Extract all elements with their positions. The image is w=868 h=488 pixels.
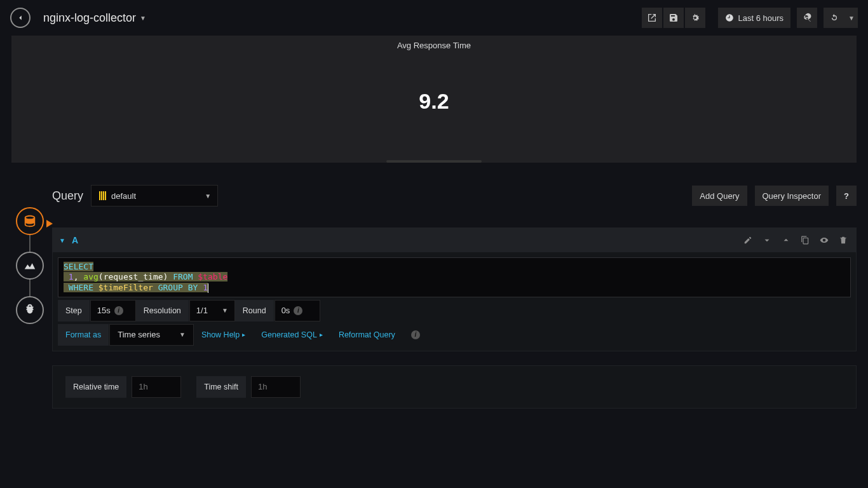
time-range-label: Last 6 hours (738, 13, 783, 23)
refresh-button[interactable] (824, 8, 845, 28)
tab-general[interactable] (16, 296, 44, 324)
time-range-picker[interactable]: Last 6 hours (718, 8, 790, 28)
refresh-icon (829, 13, 839, 23)
delete-query-button[interactable] (837, 234, 850, 247)
settings-button[interactable] (685, 8, 705, 28)
toggle-visibility-button[interactable] (818, 234, 831, 247)
info-icon[interactable]: i (114, 306, 123, 315)
query-info-button[interactable]: i (403, 324, 428, 346)
info-icon: i (411, 330, 420, 339)
arrow-up-icon (782, 236, 790, 245)
panel-value: 9.2 (419, 89, 449, 114)
database-icon (23, 214, 37, 228)
move-down-button[interactable] (761, 234, 773, 247)
query-a-header: ▼ A (53, 228, 856, 252)
show-help-link[interactable]: Show Help▸ (194, 324, 254, 346)
editor-tab-rail (11, 207, 48, 324)
datasource-picker[interactable]: default ▼ (91, 185, 218, 207)
eye-icon (820, 236, 829, 245)
zoom-out-button[interactable] (797, 8, 817, 28)
datasource-icon (99, 191, 106, 200)
round-label: Round (235, 300, 275, 322)
step-label: Step (58, 300, 90, 322)
time-override-block: Relative time Time shift (52, 365, 857, 409)
arrow-down-icon (763, 236, 771, 245)
caret-down-icon: ▼ (222, 307, 228, 314)
move-up-button[interactable] (780, 234, 792, 247)
duplicate-query-button[interactable] (799, 234, 811, 247)
format-as-select[interactable]: Time series ▼ (109, 324, 194, 346)
info-icon[interactable]: i (294, 306, 302, 315)
clock-icon (725, 13, 734, 22)
save-button[interactable] (663, 8, 684, 28)
save-icon (668, 13, 679, 23)
share-button[interactable] (642, 8, 662, 28)
gear-icon (690, 13, 700, 23)
query-section-title: Query (52, 189, 83, 203)
query-links-row: Format as Time series ▼ Show Help▸ Gener… (58, 324, 851, 346)
round-input[interactable]: 0s i (275, 300, 320, 322)
query-editor-section: Query default ▼ Add Query Query Inspecto… (52, 182, 857, 409)
panel-resize-handle[interactable] (386, 160, 482, 163)
relative-time-input[interactable] (132, 376, 181, 398)
reformat-query-link[interactable]: Reformat Query (331, 324, 403, 346)
caret-down-icon: ▼ (205, 193, 211, 200)
relative-time-label: Relative time (65, 376, 126, 398)
bug-gear-icon (23, 303, 37, 317)
trash-icon (839, 236, 848, 245)
query-help-button[interactable]: ? (836, 186, 857, 206)
refresh-interval-dropdown[interactable]: ▼ (845, 8, 858, 28)
format-as-label: Format as (58, 324, 109, 346)
chart-area-icon (23, 259, 37, 273)
query-inspector-button[interactable]: Query Inspector (755, 186, 829, 206)
time-shift-input[interactable] (251, 376, 301, 398)
tab-queries[interactable] (16, 207, 44, 235)
tab-visualization[interactable] (16, 252, 44, 280)
copy-icon (801, 236, 810, 245)
resolution-label: Resolution (136, 300, 189, 322)
singlestat-panel: Avg Response Time 9.2 (11, 36, 857, 163)
share-icon (647, 13, 657, 23)
panel-title: Avg Response Time (11, 36, 857, 50)
zoom-out-icon (802, 13, 812, 23)
top-bar: nginx-log-collector ▼ Last 6 hours ▼ (0, 0, 868, 36)
query-editor-header: Query default ▼ Add Query Query Inspecto… (52, 182, 857, 210)
toolbar-group (642, 8, 705, 28)
back-button[interactable] (10, 8, 31, 28)
dashboard-title-dropdown[interactable]: nginx-log-collector ▼ (43, 11, 146, 25)
caret-down-icon: ▼ (179, 331, 186, 338)
arrow-left-icon (16, 13, 25, 22)
query-a-block: ▼ A SELECT 1, avg(request_time) FROM $ta… (52, 227, 857, 351)
dashboard-title: nginx-log-collector (43, 11, 136, 25)
generated-sql-link[interactable]: Generated SQL▸ (254, 324, 331, 346)
step-input[interactable]: 15s i (90, 300, 136, 322)
query-letter: A (72, 235, 78, 245)
pencil-icon (743, 236, 752, 245)
sql-editor[interactable]: SELECT 1, avg(request_time) FROM $table … (58, 257, 851, 297)
time-shift-label: Time shift (196, 376, 246, 398)
edit-query-button[interactable] (742, 234, 754, 247)
query-options-row: Step 15s i Resolution 1/1 ▼ Round 0s i (58, 300, 851, 322)
datasource-name: default (111, 191, 136, 201)
caret-down-icon: ▼ (140, 15, 146, 22)
resolution-select[interactable]: 1/1 ▼ (189, 300, 235, 322)
collapse-toggle[interactable]: ▼ (59, 237, 65, 244)
add-query-button[interactable]: Add Query (692, 186, 747, 206)
